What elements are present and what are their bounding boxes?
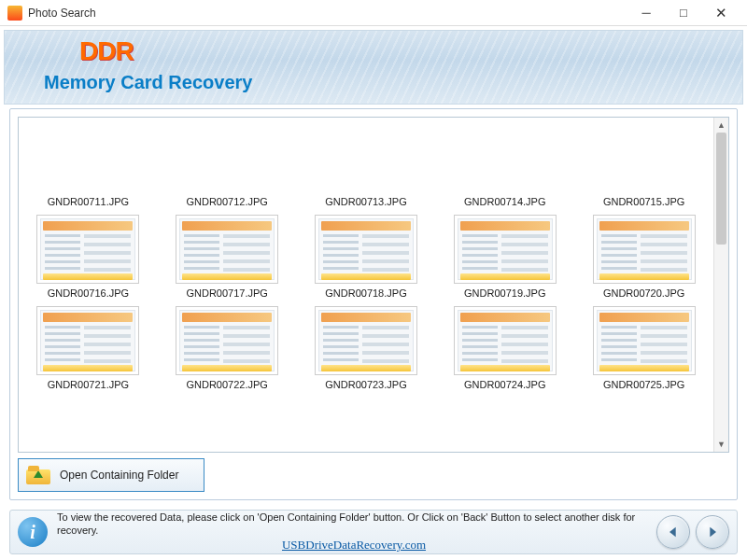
- list-item[interactable]: GNDR00717.JPG: [162, 213, 293, 301]
- item-label: GNDR00714.JPG: [464, 196, 545, 207]
- thumbnail-grid-container: GNDR00711.JPGGNDR00712.JPGGNDR00713.JPGG…: [18, 117, 729, 453]
- thumbnail-icon: [454, 306, 557, 375]
- folder-open-icon: [26, 466, 50, 484]
- scroll-handle[interactable]: [716, 133, 726, 245]
- list-item[interactable]: GNDR00724.JPG: [439, 304, 571, 392]
- item-label: GNDR00721.JPG: [48, 379, 129, 390]
- list-item[interactable]: GNDR00722.JPG: [162, 304, 293, 392]
- main-panel: GNDR00711.JPGGNDR00712.JPGGNDR00713.JPGG…: [9, 108, 738, 500]
- maximize-button[interactable]: □: [665, 0, 702, 26]
- list-item[interactable]: GNDR00723.JPG: [301, 304, 432, 392]
- list-item[interactable]: GNDR00711.JPG: [22, 121, 154, 209]
- thumbnail-icon: [454, 215, 557, 284]
- thumbnail-icon: [315, 306, 417, 375]
- item-label: GNDR00713.JPG: [325, 196, 406, 207]
- thumbnail-icon: [454, 123, 557, 192]
- app-icon: [7, 6, 22, 21]
- thumbnail-icon: [36, 306, 139, 375]
- thumbnail-icon: [36, 123, 139, 192]
- item-label: GNDR00719.JPG: [464, 287, 545, 299]
- window-titlebar: Photo Search ─ □ ✕: [0, 0, 747, 26]
- close-button[interactable]: ✕: [702, 0, 740, 26]
- item-label: GNDR00712.JPG: [186, 196, 267, 207]
- item-label: GNDR00720.JPG: [603, 287, 684, 299]
- vertical-scrollbar[interactable]: ▲ ▼: [713, 118, 728, 452]
- open-folder-label: Open Containing Folder: [60, 469, 178, 482]
- scroll-track[interactable]: [714, 133, 728, 437]
- minimize-button[interactable]: ─: [627, 0, 665, 26]
- thumbnail-icon: [593, 123, 696, 192]
- arrow-right-icon: [705, 525, 720, 539]
- thumbnail-icon: [176, 123, 278, 192]
- item-label: GNDR00711.JPG: [48, 196, 129, 207]
- list-item[interactable]: GNDR00712.JPG: [162, 121, 293, 209]
- thumbnail-grid[interactable]: GNDR00711.JPGGNDR00712.JPGGNDR00713.JPGG…: [19, 118, 713, 452]
- item-label: GNDR00717.JPG: [186, 287, 267, 299]
- list-item[interactable]: GNDR00715.JPG: [578, 121, 710, 209]
- list-item[interactable]: GNDR00716.JPG: [22, 213, 154, 301]
- list-item[interactable]: GNDR00713.JPG: [301, 121, 432, 209]
- info-icon: i: [18, 517, 48, 547]
- thumbnail-icon: [593, 215, 696, 284]
- scroll-up-arrow-icon[interactable]: ▲: [714, 118, 729, 133]
- product-name: Memory Card Recovery: [44, 72, 252, 93]
- item-label: GNDR00723.JPG: [325, 379, 406, 390]
- item-label: GNDR00724.JPG: [464, 379, 545, 390]
- item-label: GNDR00718.JPG: [325, 287, 406, 299]
- brand-logo: DDR: [79, 36, 134, 66]
- list-item[interactable]: GNDR00714.JPG: [439, 121, 571, 209]
- list-item[interactable]: GNDR00720.JPG: [578, 213, 710, 301]
- footer-text: To view the recovered Data, please click…: [57, 511, 651, 553]
- item-label: GNDR00725.JPG: [603, 379, 684, 390]
- thumbnail-icon: [36, 215, 139, 284]
- thumbnail-icon: [593, 306, 696, 375]
- thumbnail-icon: [315, 123, 417, 192]
- footer-bar: i To view the recovered Data, please cli…: [9, 510, 738, 554]
- item-label: GNDR00716.JPG: [48, 287, 129, 299]
- list-item[interactable]: GNDR00725.JPG: [578, 304, 710, 392]
- item-label: GNDR00715.JPG: [603, 196, 684, 207]
- next-button[interactable]: [696, 515, 729, 549]
- item-label: GNDR00722.JPG: [186, 379, 267, 390]
- scroll-down-arrow-icon[interactable]: ▼: [714, 437, 729, 452]
- open-containing-folder-button[interactable]: Open Containing Folder: [18, 458, 204, 492]
- window-title: Photo Search: [28, 7, 627, 20]
- footer-link[interactable]: USBDriveDataRecovery.com: [57, 538, 651, 553]
- list-item[interactable]: GNDR00718.JPG: [301, 213, 432, 301]
- header-banner: DDR Memory Card Recovery: [4, 30, 743, 105]
- footer-hint: To view the recovered Data, please click…: [57, 511, 635, 536]
- list-item[interactable]: GNDR00719.JPG: [439, 213, 571, 301]
- arrow-left-icon: [666, 525, 681, 539]
- thumbnail-icon: [315, 215, 417, 284]
- thumbnail-icon: [176, 306, 278, 375]
- back-button[interactable]: [656, 515, 690, 549]
- thumbnail-icon: [176, 215, 278, 284]
- list-item[interactable]: GNDR00721.JPG: [22, 304, 154, 392]
